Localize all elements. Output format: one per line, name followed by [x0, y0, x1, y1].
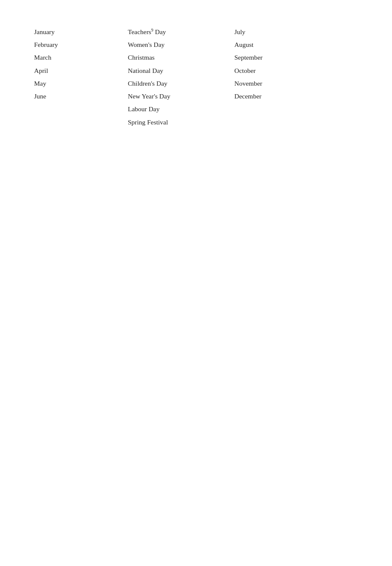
holidays-column: Teachers9 Day Women's Day Christmas Nati… — [128, 26, 234, 129]
list-item: August — [234, 38, 311, 51]
months-column-2: July August September October November D… — [234, 26, 311, 129]
list-item: February — [34, 38, 128, 51]
list-item: December — [234, 90, 311, 103]
list-item: Christmas — [128, 51, 234, 64]
list-item: Labour Day — [128, 103, 234, 116]
list-item: Teachers9 Day — [128, 26, 234, 38]
months-column-1: January February March April May June — [34, 26, 128, 129]
list-item: April — [34, 64, 128, 77]
list-item: July — [234, 26, 311, 38]
list-item: October — [234, 64, 311, 77]
list-item: New Year's Day — [128, 90, 234, 103]
list-item: November — [234, 77, 311, 90]
list-item: Children's Day — [128, 77, 234, 90]
list-item: Women's Day — [128, 38, 234, 51]
list-item: May — [34, 77, 128, 90]
list-item: January — [34, 26, 128, 38]
content-area: January February March April May June Te… — [0, 0, 392, 154]
list-item: March — [34, 51, 128, 64]
list-item: Spring Festival — [128, 116, 234, 129]
list-item: September — [234, 51, 311, 64]
list-item: June — [34, 90, 128, 103]
list-item: National Day — [128, 64, 234, 77]
